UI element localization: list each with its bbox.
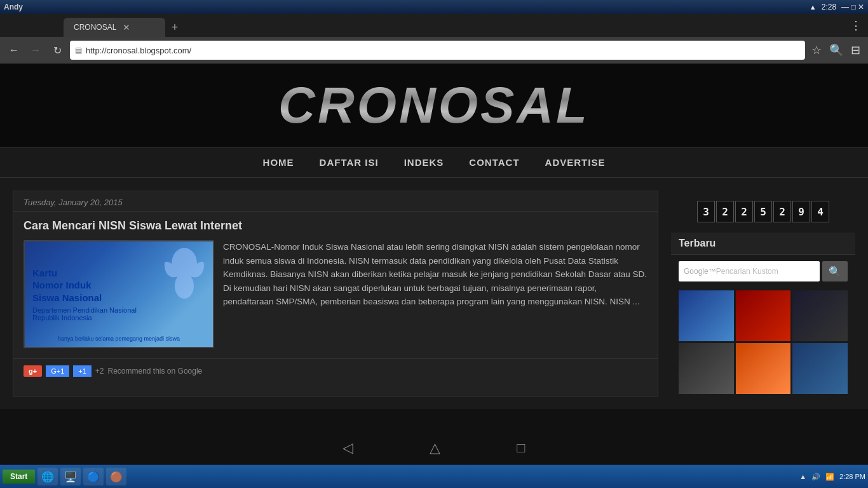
site-nav: HOME DAFTAR ISI INDEKS CONTACT ADVERTISE [0,147,868,178]
digit-5: 2 [773,201,791,222]
windows-taskbar: Start 🌐 🖥️ 🔵 🟤 ▲ 🔊 📶 2:28 PM [0,465,868,488]
digit-2: 2 [716,201,734,222]
taskbar-system-tray: ▲ 🔊 📶 2:28 PM [799,473,865,481]
android-nav-bar: ◁ △ □ [0,432,868,464]
thumbnail-4[interactable] [679,343,734,394]
taskbar-apps: 🌐 🖥️ 🔵 🟤 [37,468,126,485]
nav-menu: HOME DAFTAR ISI INDEKS CONTACT ADVERTISE [0,148,868,177]
post-social-bar: g+ G+1 +1 +2 Recommend this on Google [13,358,658,383]
google-search-label: Google™ [684,267,716,276]
sidebar: 3 2 2 5 2 9 4 Terbaru Google™ Pencarian … [671,191,855,396]
search-bar: Google™ Pencarian Kustom 🔍 [671,255,855,288]
android-recents-button[interactable]: □ [517,440,525,456]
terbaru-label: Terbaru [671,233,855,255]
taskbar-app-4[interactable]: 🟤 [106,468,126,485]
recommend-link[interactable]: Recommend this on Google [108,367,203,376]
google-plus1-button[interactable]: +1 [73,365,92,377]
nav-item-contact[interactable]: CONTACT [469,157,519,168]
post-date: Tuesday, January 20, 2015 [13,191,658,212]
nav-item-home[interactable]: HOME [263,157,294,168]
taskbar-expand-icon[interactable]: ▲ [799,473,806,480]
thumbnail-2[interactable] [736,290,791,341]
bookmark-star-icon[interactable]: ☆ [809,41,824,60]
thumbnail-1[interactable] [679,290,734,341]
nav-item-advertise[interactable]: ADVERTISE [545,157,606,168]
taskbar-icon-4: 🟤 [110,471,123,483]
taskbar-icon-3: 🔵 [87,471,100,483]
search-input-wrap: Google™ Pencarian Kustom 🔍 [679,261,848,281]
nav-link-advertise[interactable]: ADVERTISE [545,157,606,168]
post-image-footer: hanya berlaku selama pemegang menjadi si… [25,336,213,342]
post-title[interactable]: Cara Mencari NISN Siswa Lewat Internet [13,212,658,240]
google-plus2-count: +2 [95,367,104,376]
site-header: CRONOSAL [0,64,868,147]
garuda-icon [159,245,210,308]
top-bar-right: ▲ 2:28 — □ ✕ [810,3,864,11]
window-title: Andy [4,3,23,11]
nav-link-indeks[interactable]: INDEKS [404,157,444,168]
url-text: http://cronosal.blogspot.com/ [86,46,800,55]
forward-button[interactable]: → [27,41,44,59]
tab-title: CRONOSAL [74,23,116,32]
nav-item-daftar-isi[interactable]: DAFTAR ISI [320,157,379,168]
thumbnail-grid [671,288,855,396]
wifi-icon: ▲ [810,3,817,11]
post-body: KartuNomor IndukSiswa Nasional Departeme… [13,240,658,358]
network-icon: 📶 [825,473,834,481]
tab-close-button[interactable]: ✕ [123,22,130,32]
volume-icon[interactable]: 🔊 [811,473,820,481]
thumbnail-5[interactable] [736,343,791,394]
status-bar-time: 2:28 [822,3,836,11]
taskbar-clock: 2:28 PM [839,473,865,480]
post-image-subtitle: Departemen Pendidikan NasionalRepublik I… [32,306,205,322]
back-button[interactable]: ← [5,41,23,59]
taskbar-icon-1: 🌐 [41,471,54,483]
nav-item-indeks[interactable]: INDEKS [404,157,444,168]
taskbar-app-2[interactable]: 🖥️ [60,468,81,485]
nav-link-home[interactable]: HOME [263,157,294,168]
search-button[interactable]: 🔍 [827,41,846,60]
nav-actions: ☆ 🔍 ⊟ [809,41,863,60]
main-layout: Tuesday, January 20, 2015 Cara Mencari N… [0,178,868,409]
thumbnail-3[interactable] [792,290,848,341]
browser-tab[interactable]: CRONOSAL ✕ [64,18,165,37]
android-back-button[interactable]: ◁ [342,440,353,456]
website-content: CRONOSAL HOME DAFTAR ISI INDEKS CONTACT … [0,64,868,432]
thumbnail-6[interactable] [792,343,848,394]
taskbar-app-3[interactable]: 🔵 [83,468,104,485]
google-plus-button[interactable]: g+ [24,365,42,377]
svg-point-1 [175,273,194,299]
search-field[interactable]: Google™ Pencarian Kustom [679,261,820,281]
search-icon: 🔍 [829,266,841,278]
visit-counter: 3 2 2 5 2 9 4 [671,191,855,233]
reload-button[interactable]: ↻ [48,41,66,59]
content-area: Tuesday, January 20, 2015 Cara Mencari N… [13,191,658,396]
browser-nav-bar: ← → ↻ ▤ http://cronosal.blogspot.com/ ☆ … [0,37,868,64]
search-submit-button[interactable]: 🔍 [822,261,848,281]
bookmark-button[interactable]: ⊟ [848,41,863,60]
new-tab-button[interactable]: + [165,18,184,37]
search-placeholder: Pencarian Kustom [716,267,778,276]
address-bar[interactable]: ▤ http://cronosal.blogspot.com/ [70,41,805,60]
post-image: KartuNomor IndukSiswa Nasional Departeme… [24,240,214,348]
google-g1-button[interactable]: G+1 [46,365,69,377]
browser-chrome: CRONOSAL ✕ + ⋮ ← → ↻ ▤ http://cronosal.b… [0,14,868,64]
counter-digits: 3 2 2 5 2 9 4 [697,201,829,222]
post-text: CRONOSAL-Nomor Induk Siswa Nasional atau… [223,240,648,348]
digit-1: 3 [697,201,715,222]
start-button[interactable]: Start [3,470,35,484]
digit-7: 4 [811,201,829,222]
digit-4: 5 [754,201,772,222]
page-icon: ▤ [75,46,82,55]
android-home-button[interactable]: △ [430,440,440,456]
taskbar-icon-2: 🖥️ [64,471,77,483]
browser-menu-button[interactable]: ⋮ [844,18,868,32]
nav-link-daftar-isi[interactable]: DAFTAR ISI [320,157,379,168]
window-controls: — □ ✕ [841,3,864,11]
digit-6: 9 [792,201,810,222]
nav-link-contact[interactable]: CONTACT [469,157,519,168]
digit-3: 2 [735,201,753,222]
site-logo: CRONOSAL [278,76,590,135]
taskbar-app-1[interactable]: 🌐 [37,468,58,485]
title-bar: Andy ▲ 2:28 — □ ✕ [0,0,868,14]
